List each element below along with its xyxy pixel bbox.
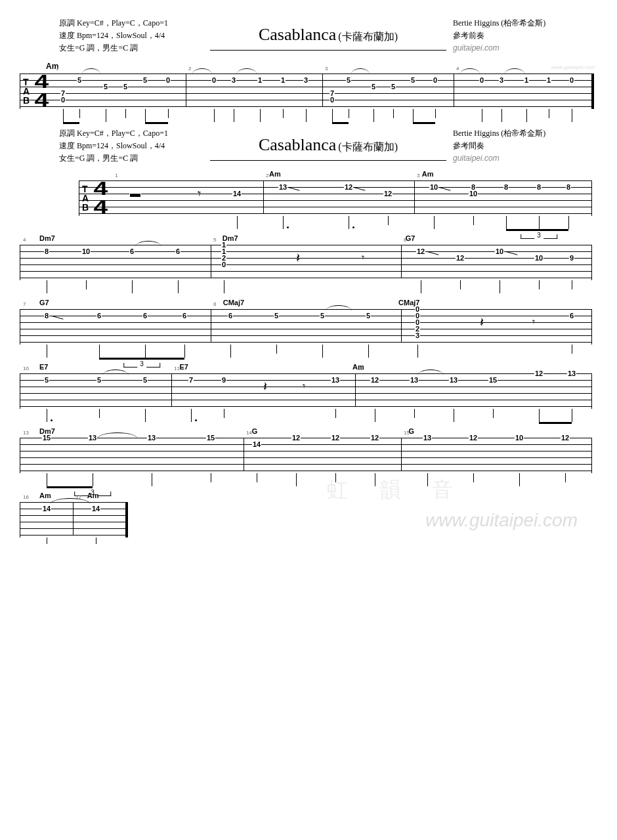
artist-name: Bertie Higgins (柏帝希金斯) [453,17,584,30]
tab-b: B [23,96,29,105]
chord-e7: E7 [39,363,48,371]
fret: 6 [569,312,574,319]
watermark-chinese: 虹 韻 音 [327,476,466,505]
watermark-url: www.guitaipei.com [425,510,578,531]
fret: 15 [42,434,51,441]
fret: 1 [257,77,263,83]
header-right-2: Bertie Higgins (柏帝希金斯) 參考間奏 guitaipei.co… [453,127,584,165]
fret: 1 [546,77,551,83]
bar-number-3: 3 [325,66,328,72]
fret: 12 [534,370,543,377]
fret: 12 [456,255,465,261]
title-block-2: Casablanca (卡薩布蘭加) [210,131,446,161]
chord-cmaj7: CMaj7 [223,299,244,306]
fret: 5 [274,312,279,319]
key-info: 原調 Key=C#，Play=C，Capo=1 [59,17,203,30]
fret: 0 [221,261,226,268]
fret: 1 [280,77,286,83]
tab-staff-1: T A B 4 4 1 2 3 4 0 7 5 5 5 5 0 0 3 1 1 … [20,74,594,109]
fret: 5 [142,77,148,83]
fret: 5 [44,377,49,383]
fret: 7 [330,90,335,96]
fret: 12 [469,434,478,441]
bar-number: 11 [174,366,180,371]
chord-e7: E7 [179,363,188,371]
staff-5-wrap: 10 11 12 5 5 5 7 9 𝄽 𝄾 13 12 13 13 15 12… [20,373,597,409]
fret: 0 [479,77,484,83]
fret: 0 [569,77,574,83]
song-title: Casablanca [259,25,336,44]
chord-am: Am [422,170,434,178]
fret: 8 [503,184,509,190]
fret: 15 [206,434,215,441]
song-title-2: Casablanca [259,135,336,154]
song-subtitle: (卡薩布蘭加) [338,31,398,42]
fret: 0 [165,77,171,83]
time-signature: 4 4 [34,72,49,109]
bar-number: 6 [404,237,406,243]
fret: 12 [291,434,301,441]
fret: 7 [188,377,194,383]
fret: 6 [182,312,187,319]
fret: 14 [232,190,242,197]
fret: 1 [524,77,529,83]
voice-key-info: 女生=G 調，男生=C 調 [59,42,203,54]
chord-g: G [252,427,258,435]
fret: 9 [221,377,226,383]
chord-g7: G7 [39,299,49,306]
fret: 3 [303,77,308,83]
fret: 10 [429,184,438,190]
fret: 14 [91,505,100,512]
fret: 12 [561,434,570,441]
bar-number: 7 [23,301,26,307]
chord-am: Am [269,170,281,178]
chord-g7: G7 [406,234,415,242]
bar-number: 10 [23,366,29,371]
fret: 6 [228,312,233,319]
song-subtitle-2: (卡薩布蘭加) [338,141,398,152]
bar-number: 2 [266,173,268,178]
bar-number-2: 2 [188,66,191,72]
fret: 5 [371,83,376,90]
tab-letters: T A B [82,184,88,212]
bar-number: 9 [404,301,406,307]
fret: 14 [252,441,261,448]
key-info-2: 原調 Key=C#，Play=C，Capo=1 [59,127,203,140]
website-url-2: guitaipei.com [453,152,584,165]
title-block-1: Casablanca (卡薩布蘭加) [210,21,446,51]
fret: 0 [211,77,217,83]
header-left-1: 原調 Key=C#，Play=C，Capo=1 速度 Bpm=124，SlowS… [59,17,203,55]
fret: 12 [416,248,425,255]
fret: 13 [88,434,97,441]
staff-6-wrap: 13 14 15 15 13 13 15 14 12 12 12 13 12 1… [20,438,597,473]
half-rest: ▬ [129,190,141,197]
section-label-2: 參考間奏 [453,140,584,152]
bar-number: 8 [213,301,216,307]
bar-number: 4 [23,237,26,243]
fret: 10 [81,248,91,255]
tempo-info-2: 速度 Bpm=124，SlowSoul，4/4 [59,140,203,152]
chord-row-3: Dm7 Dm7 G7 [20,234,597,242]
staff-7-wrap: 16 17 14 14 虹 韻 音 www.guitaipei.com [20,502,597,537]
tab-staff-4: 7 8 9 8 6 6 6 6 5 5 5 0 0 0 2 3 𝄽 𝄾 6 3 [20,309,592,345]
tuplet-3: 3 [537,232,541,239]
chord-am: Am [39,492,51,499]
tab-t: T [23,77,29,87]
bar-number-1: 1 [56,66,58,72]
fret: 8 [44,248,49,255]
fret: 0 [433,77,438,83]
fret: 5 [103,83,108,90]
tab-staff-5: 10 11 12 5 5 5 7 9 𝄽 𝄾 13 12 13 13 15 12… [20,373,592,409]
fret: 7 [60,90,66,96]
fret: 12 [344,184,353,190]
fret: 5 [96,377,102,383]
fret: 0 [330,96,335,103]
fret: 10 [515,434,524,441]
header-left-2: 原調 Key=C#，Play=C，Capo=1 速度 Bpm=124，SlowS… [59,127,203,165]
fret: 0 [60,96,66,103]
header-right-1: Bertie Higgins (柏帝希金斯) 參考前奏 guitaipei.co… [453,17,584,55]
tab-staff-7: 16 17 14 14 [20,502,128,537]
fret: 6 [175,248,181,255]
fret: 12 [331,434,340,441]
chord-dm7: Dm7 [39,234,55,242]
